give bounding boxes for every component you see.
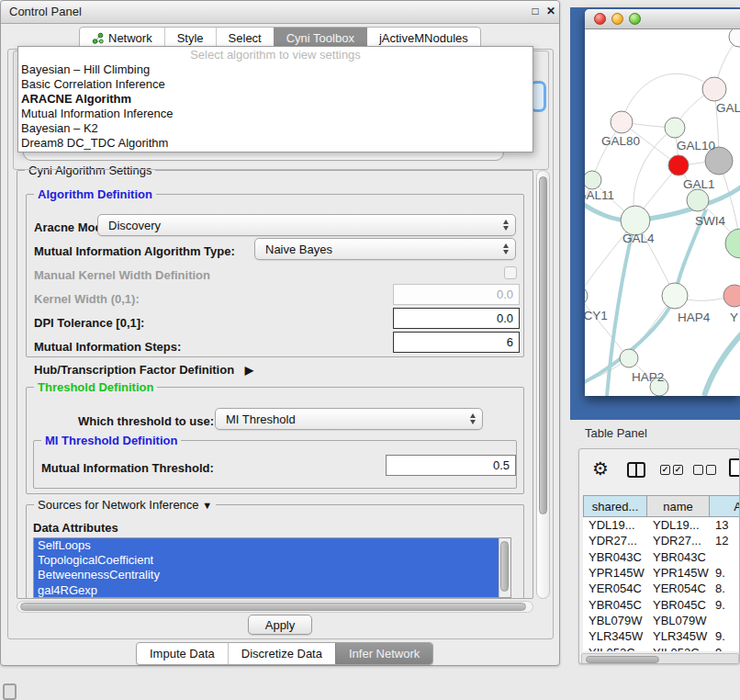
mi-type-select[interactable]: Naive Bayes (254, 238, 516, 260)
close-window-icon[interactable]: ✕ (544, 4, 558, 18)
table-cell: YLR345W (583, 629, 647, 643)
attribute-item-selfloops[interactable]: SelfLoops (34, 538, 499, 553)
network-node[interactable] (729, 29, 740, 47)
column-header-clipped[interactable]: A (710, 495, 740, 517)
network-node[interactable] (662, 283, 688, 309)
table-row[interactable]: YDL19...YDL19...13 (583, 517, 740, 533)
manual-kernel-checkbox[interactable] (504, 266, 517, 279)
mi-threshold-label: Mutual Information Threshold: (41, 461, 214, 475)
spinner-arrows-icon (503, 243, 509, 254)
which-threshold-select[interactable]: MI Threshold (215, 408, 483, 430)
table-row[interactable]: YPR145WYPR145W9. (583, 565, 740, 581)
network-node[interactable] (687, 189, 709, 211)
network-node[interactable] (723, 285, 740, 307)
document-icon[interactable] (729, 458, 740, 477)
network-node[interactable] (585, 171, 601, 189)
collapse-arrow-icon[interactable]: ▼ (202, 500, 212, 511)
table-row[interactable]: YDR27...YDR27...12 (583, 533, 740, 548)
network-node[interactable] (702, 77, 726, 101)
algorithm-option-dream8-dc-tdc-algorithm[interactable]: Dream8 DC_TDC Algorithm (18, 136, 533, 151)
which-threshold-value: MI Threshold (216, 412, 296, 426)
algorithm-option-bayesian-hill-climbing[interactable]: Bayesian – Hill Climbing (18, 62, 533, 77)
table-row[interactable]: YLR345WYLR345W9. (583, 628, 740, 644)
table-row[interactable]: YBR045CYBR045C9. (583, 596, 740, 612)
attribute-item-topologicalcoefficient[interactable]: TopologicalCoefficient (34, 553, 499, 568)
bottom-tab-impute-data[interactable]: Impute Data (137, 643, 228, 664)
kernel-width-field[interactable] (393, 284, 520, 305)
bottom-tab-discretize-data[interactable]: Discretize Data (228, 643, 335, 664)
table-cell: YBL079W (647, 614, 710, 627)
hub-definition-toggle[interactable]: Hub/Transcription Factor Definition ▶ (34, 363, 253, 377)
list-vertical-scrollbar[interactable] (499, 538, 510, 597)
mi-threshold-legend: MI Threshold Definition (41, 434, 181, 447)
network-graph: GALGAL80GAL10GAL1GAL11SWI4GAL4GCY1HAP4YH… (585, 29, 740, 396)
aracne-mode-select[interactable]: Discovery (97, 214, 516, 236)
network-node[interactable] (725, 229, 740, 258)
unchecked-box-icon (706, 465, 716, 475)
columns-icon[interactable] (627, 462, 645, 478)
collapsed-panel-icon[interactable] (3, 683, 17, 700)
column-header-shared[interactable]: shared... (583, 495, 647, 517)
table-row[interactable]: YIL052CYIL052C9. (583, 644, 740, 651)
scrollbar-thumb[interactable] (586, 656, 659, 663)
scrollbar-thumb[interactable] (500, 541, 509, 592)
network-node[interactable] (585, 287, 588, 305)
table-cell: 12 (710, 534, 740, 548)
control-panel-titlebar[interactable]: Control Panel □ ✕ (1, 1, 559, 24)
attribute-item-gal4rgexp[interactable]: gal4RGexp (34, 583, 499, 598)
algorithm-option-aracne-algorithm[interactable]: ARACNE Algorithm (18, 92, 533, 107)
algorithm-option-mutual-information-inference[interactable]: Mutual Information Inference (18, 107, 533, 121)
node-label-gal10: GAL10 (677, 139, 715, 152)
bottom-tab-infer-network[interactable]: Infer Network (335, 643, 432, 664)
dpi-tolerance-field[interactable] (393, 308, 520, 329)
scrollbar-thumb[interactable] (20, 603, 526, 611)
hub-definition-label: Hub/Transcription Factor Definition (34, 363, 234, 377)
table-cell: YBR043C (583, 550, 647, 564)
unchecked-checkboxes-icon[interactable] (693, 465, 716, 475)
settings-horizontal-scrollbar[interactable] (17, 601, 533, 613)
float-window-icon[interactable]: □ (528, 4, 543, 18)
table-row[interactable]: YBR043CYBR043C (583, 549, 740, 565)
network-window-titlebar[interactable] (585, 9, 740, 29)
table-panel: ⚙ ✓ ✓ shared... name A YDL19...YDL19...1… (578, 448, 740, 664)
checked-checkboxes-icon[interactable]: ✓ ✓ (660, 465, 683, 475)
control-panel-title: Control Panel (9, 5, 82, 18)
mi-steps-field[interactable] (393, 332, 520, 353)
network-node[interactable] (668, 155, 689, 175)
column-header-name[interactable]: name (647, 495, 710, 517)
table-row[interactable]: YBL079WYBL079W (583, 613, 740, 628)
minimize-traffic-light-icon[interactable] (611, 13, 623, 25)
apply-button[interactable]: Apply (248, 615, 312, 635)
mi-steps-label: Mutual Information Steps: (34, 340, 181, 354)
table-cell: 9. (710, 566, 740, 580)
node-label-hap2: HAP2 (632, 370, 664, 384)
divider (635, 464, 637, 476)
table-cell: 9. (710, 629, 740, 643)
network-node[interactable] (665, 118, 685, 138)
table-row[interactable]: YER054CYER054C8. (583, 581, 740, 596)
table-cell: YER054C (647, 581, 710, 595)
algorithm-option-bayesian-k2[interactable]: Bayesian – K2 (18, 121, 533, 136)
network-node[interactable] (611, 111, 633, 133)
network-canvas[interactable]: GALGAL80GAL10GAL1GAL11SWI4GAL4GCY1HAP4YH… (585, 29, 740, 396)
data-attributes-label: Data Attributes (33, 521, 118, 535)
spinner-arrows-icon (470, 413, 476, 424)
network-node[interactable] (620, 349, 638, 367)
network-icon (92, 32, 104, 44)
network-desktop-background: GALGAL80GAL10GAL1GAL11SWI4GAL4GCY1HAP4YH… (570, 7, 740, 420)
checked-box-icon: ✓ (660, 465, 670, 475)
close-traffic-light-icon[interactable] (594, 13, 606, 25)
settings-vertical-scrollbar[interactable] (536, 170, 550, 599)
network-window[interactable]: GALGAL80GAL10GAL1GAL11SWI4GAL4GCY1HAP4YH… (585, 9, 740, 396)
zoom-traffic-light-icon[interactable] (629, 13, 641, 25)
algorithm-option-basic-correlation-inference[interactable]: Basic Correlation Inference (18, 77, 533, 92)
algorithm-definition-legend: Algorithm Definition (34, 187, 156, 201)
table-horizontal-scrollbar[interactable] (581, 653, 739, 664)
sources-legend[interactable]: Sources for Network Inference ▼ (34, 498, 216, 512)
gear-icon[interactable]: ⚙ (592, 457, 609, 480)
attribute-item-betweennesscentrality[interactable]: BetweennessCentrality (34, 568, 499, 582)
scrollbar-thumb[interactable] (539, 176, 547, 514)
expand-arrow-icon[interactable]: ▶ (245, 364, 253, 377)
mi-threshold-field[interactable] (386, 455, 516, 476)
table-cell: YER054C (583, 581, 647, 595)
